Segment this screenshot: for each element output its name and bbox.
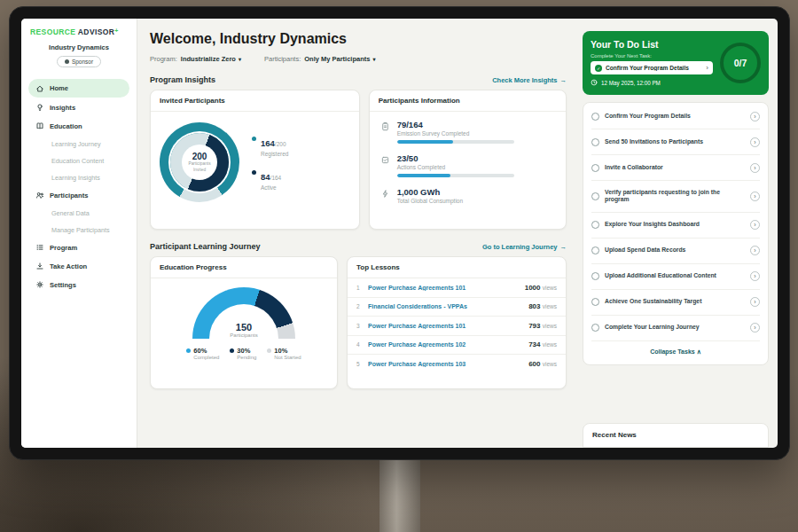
sidebar-item-label: Learning Journey: [51, 140, 101, 148]
task-label: Send 50 Invitations to Participants: [605, 138, 745, 146]
sidebar-item-education-content[interactable]: Education Content: [21, 153, 137, 168]
lesson-title-link[interactable]: Power Purchase Agreements 102: [368, 341, 522, 348]
collapse-tasks-link[interactable]: Collapse Tasks ∧: [591, 341, 760, 364]
todo-task-row[interactable]: Upload Spend Data Records ›: [591, 239, 760, 264]
lesson-row[interactable]: 2 Financial Considerations - VPPAs 803 v…: [348, 298, 566, 317]
task-checkbox[interactable]: [591, 138, 599, 146]
sidebar-item-learning-insights[interactable]: Learning Insights: [21, 169, 137, 185]
legend-label: Pending: [237, 355, 256, 360]
sidebar-item-take-action[interactable]: Take Action: [21, 257, 137, 275]
lesson-rank: 4: [356, 341, 362, 348]
todo-task-row[interactable]: Complete Your Learning Journey ›: [591, 316, 760, 341]
program-filter-label: Program:: [150, 55, 177, 63]
participants-filter: Participants: Only My Participants ▾: [264, 55, 375, 63]
donut-center-value: 200: [192, 152, 207, 161]
sidebar-item-label: Manage Participants: [51, 226, 110, 234]
sidebar-item-label: Home: [50, 84, 68, 92]
todo-task-list: Confirm Your Program Details › Send 50 I…: [591, 104, 760, 341]
dashboard-screen: RESOURCE ADVISOR+ Industry Dynamics Spon…: [21, 19, 778, 448]
sidebar-item-education[interactable]: Education: [21, 117, 137, 135]
lesson-title-link[interactable]: Financial Considerations - VPPAs: [368, 303, 522, 309]
next-task-row[interactable]: ✓ Confirm Your Program Details ›: [591, 61, 713, 74]
chevron-right-icon[interactable]: ›: [750, 246, 760, 255]
sidebar-item-settings[interactable]: Settings: [21, 276, 137, 293]
lesson-row[interactable]: 1 Power Purchase Agreements 101 1000 vie…: [348, 278, 566, 298]
participants-information-body: 79/164 Emission Survey Completed 23/50 A…: [370, 112, 566, 212]
lesson-row[interactable]: 3 Power Purchase Agreements 101 793 view…: [348, 317, 566, 336]
participants-dropdown[interactable]: Only My Participants ▾: [304, 55, 375, 63]
chevron-right-icon[interactable]: ›: [750, 112, 760, 121]
legend-dot: [252, 137, 256, 141]
lesson-rank: 1: [356, 285, 362, 291]
insights-bulb-icon: [35, 103, 44, 112]
sponsor-label: Sponsor: [72, 59, 93, 65]
task-checkbox[interactable]: [591, 298, 599, 306]
lesson-views-count: 734: [528, 340, 540, 348]
go-to-learning-journey-link[interactable]: Go to Learning Journey →: [482, 243, 567, 251]
todo-task-row[interactable]: Invite a Collaborator ›: [591, 155, 760, 181]
chevron-right-icon[interactable]: ›: [750, 271, 760, 281]
todo-task-list-card: Confirm Your Program Details › Send 50 I…: [583, 102, 769, 365]
chevron-right-icon[interactable]: ›: [750, 137, 760, 147]
sidebar-item-participants[interactable]: Participants: [21, 186, 137, 204]
lesson-views-count: 1000: [525, 284, 541, 292]
sidebar-item-program[interactable]: Program: [21, 239, 137, 256]
todo-task-row[interactable]: Upload Additional Educational Content ›: [591, 264, 760, 290]
task-checkbox[interactable]: [591, 324, 599, 332]
legend-dot: [186, 348, 191, 353]
sidebar-item-label: Participants: [50, 192, 88, 200]
chevron-right-icon[interactable]: ›: [750, 297, 760, 307]
task-checkbox[interactable]: [591, 113, 599, 121]
lesson-title-link[interactable]: Power Purchase Agreements 103: [368, 361, 522, 367]
chevron-right-icon[interactable]: ›: [750, 163, 760, 173]
lesson-rank: 5: [356, 361, 362, 367]
logo-plus: +: [114, 27, 119, 34]
list-icon: [35, 243, 44, 252]
todo-task-row[interactable]: Confirm Your Program Details ›: [591, 104, 760, 129]
todo-panel: Your To Do List Complete Your Next Task:…: [575, 19, 778, 448]
program-dropdown[interactable]: Industrialize Zero ▾: [181, 55, 241, 63]
lesson-title-link[interactable]: Power Purchase Agreements 101: [368, 323, 522, 329]
monitor-stand: [379, 458, 420, 532]
todo-task-row[interactable]: Explore Your Insights Dashboard ›: [591, 213, 760, 239]
legend-dot: [267, 348, 271, 353]
chevron-right-icon[interactable]: ›: [750, 220, 760, 230]
todo-task-row[interactable]: Achieve One Sustainability Target ›: [591, 290, 760, 316]
legend-item: 164/200 Registered: [252, 134, 288, 157]
sidebar-item-insights[interactable]: Insights: [21, 98, 137, 116]
sidebar-item-label: Settings: [50, 281, 76, 289]
top-lessons-card: Top Lessons 1 Power Purchase Agreements …: [347, 256, 567, 389]
lesson-views-word: views: [543, 361, 557, 367]
insights-cards-row: Invited Participants 200 Participants In…: [150, 90, 567, 230]
lesson-views-count: 600: [528, 360, 540, 368]
sidebar-item-general-data[interactable]: General Data: [21, 205, 137, 221]
sidebar-item-manage-participants[interactable]: Manage Participants: [21, 222, 137, 238]
task-checkbox[interactable]: [591, 164, 599, 172]
legend-value: 164: [261, 138, 275, 148]
lesson-row[interactable]: 5 Power Purchase Agreements 103 600 view…: [348, 355, 566, 374]
lesson-title-link[interactable]: Power Purchase Agreements 101: [368, 285, 519, 291]
chevron-right-icon[interactable]: ›: [750, 192, 760, 201]
task-checkbox[interactable]: [591, 192, 599, 200]
task-label: Complete Your Learning Journey: [605, 324, 745, 332]
education-progress-body: 150 Participants 60% Comp: [151, 278, 337, 360]
task-checkbox[interactable]: [591, 246, 599, 254]
chevron-down-icon: ▾: [239, 56, 241, 62]
task-checkbox[interactable]: [591, 221, 599, 229]
info-row-consumption: 1,000 GWh Total Global Consumption: [380, 187, 555, 204]
recent-news-title: Recent News: [592, 431, 759, 439]
todo-task-row[interactable]: Send 50 Invitations to Participants ›: [591, 129, 760, 155]
sponsor-badge: Sponsor: [57, 56, 101, 67]
check-more-insights-link[interactable]: Check More Insights →: [492, 76, 567, 84]
download-icon: [35, 262, 44, 270]
invited-donut-center: 200 Participants Invited: [182, 145, 217, 180]
learning-journey-section-header: Participant Learning Journey Go to Learn…: [150, 242, 567, 251]
chevron-right-icon[interactable]: ›: [750, 323, 760, 332]
task-checkbox[interactable]: [591, 272, 599, 280]
stat-label: Actions Completed: [397, 164, 514, 170]
legend-dot: [230, 348, 234, 353]
sidebar-item-home[interactable]: Home: [28, 79, 129, 98]
todo-task-row[interactable]: Verify participants requesting to join t…: [591, 181, 760, 213]
lesson-row[interactable]: 4 Power Purchase Agreements 102 734 view…: [348, 336, 566, 356]
sidebar-item-learning-journey[interactable]: Learning Journey: [21, 136, 137, 152]
